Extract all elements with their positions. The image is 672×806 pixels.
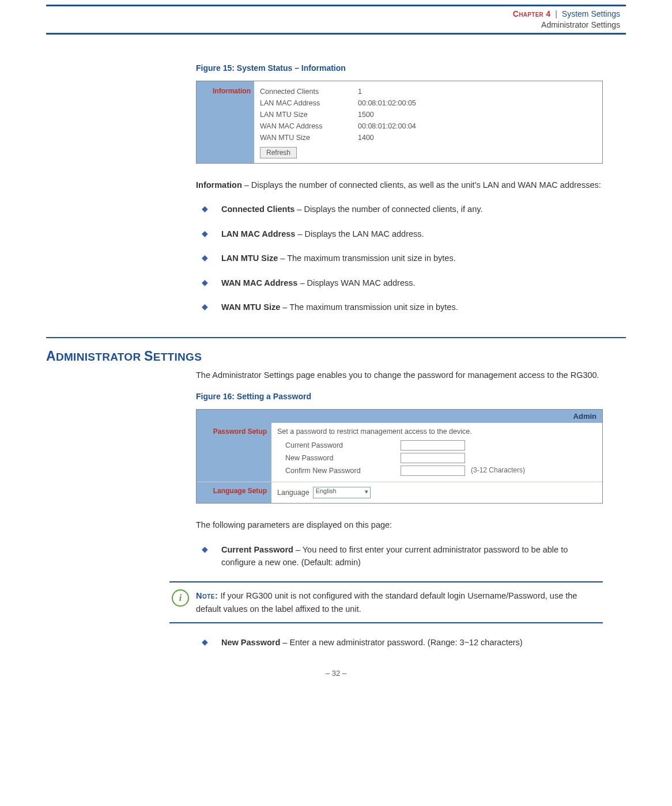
info-value: 00:08:01:02:00:05 bbox=[358, 99, 597, 107]
bullet-item: New Password – Enter a new administrator… bbox=[202, 636, 603, 649]
admin-intro: The Administrator Settings page enables … bbox=[196, 369, 603, 381]
bullet-item: Connected Clients – Displays the number … bbox=[202, 203, 603, 215]
confirm-password-label: Confirm New Password bbox=[277, 467, 401, 475]
language-select[interactable]: English bbox=[313, 487, 371, 498]
bullet-term: Current Password bbox=[221, 545, 293, 554]
info-row: WAN MTU Size 1400 bbox=[260, 132, 597, 143]
info-value: 1400 bbox=[358, 134, 597, 142]
figure16-sidebar-lang: Language Setup bbox=[197, 482, 271, 503]
confirm-password-input[interactable] bbox=[401, 466, 465, 476]
bullet-item: Current Password – You need to first ent… bbox=[202, 543, 603, 569]
bullet-item: LAN MAC Address – Displays the LAN MAC a… bbox=[202, 228, 603, 240]
bullet-term: Connected Clients bbox=[221, 205, 295, 214]
new-password-input[interactable] bbox=[401, 453, 465, 463]
header-separator: | bbox=[553, 9, 560, 18]
field-row: Current Password bbox=[277, 439, 597, 452]
header-subtitle: Administrator Settings bbox=[52, 20, 620, 31]
info-row: LAN MTU Size 1500 bbox=[260, 109, 597, 120]
params-intro: The following parameters are displayed o… bbox=[196, 519, 603, 531]
new-password-label: New Password bbox=[277, 454, 401, 462]
admin-settings-heading: ADMINISTRATOR SETTINGS bbox=[46, 337, 626, 364]
bullet-text: – Displays the number of connected clien… bbox=[295, 205, 482, 214]
figure16-topbar: Admin bbox=[197, 410, 602, 423]
figure15-sidebar-label: Information bbox=[200, 87, 251, 95]
bullet-item: WAN MAC Address – Displays WAN MAC addre… bbox=[202, 277, 603, 289]
bullet-text: – The maximum transmission unit size in … bbox=[278, 253, 455, 263]
information-lead-rest: – Displays the number of connected clien… bbox=[242, 180, 601, 190]
bullet-text: – The maximum transmission unit size in … bbox=[280, 302, 458, 312]
header-title: System Settings bbox=[562, 9, 620, 18]
bullet-term: WAN MTU Size bbox=[221, 302, 280, 312]
figure15-screenshot: Information Connected Clients 1 LAN MAC … bbox=[196, 81, 603, 164]
field-row: New Password bbox=[277, 452, 597, 464]
info-key: WAN MTU Size bbox=[260, 134, 358, 142]
info-row: WAN MAC Address 00:08:01:02:00:04 bbox=[260, 120, 597, 132]
info-key: LAN MTU Size bbox=[260, 111, 358, 119]
bullet-text: – Displays WAN MAC address. bbox=[297, 278, 415, 287]
figure15-caption: Figure 15: System Status – Information bbox=[196, 63, 603, 73]
language-label: Language bbox=[277, 489, 309, 497]
figure16-side-lang-label: Language Setup bbox=[201, 487, 267, 495]
information-lead: Information bbox=[196, 180, 242, 190]
refresh-button[interactable]: Refresh bbox=[260, 147, 297, 158]
current-password-label: Current Password bbox=[277, 441, 401, 449]
info-key: LAN MAC Address bbox=[260, 99, 358, 107]
info-row: LAN MAC Address 00:08:01:02:00:05 bbox=[260, 97, 597, 109]
header-chapter: Chapter 4 bbox=[513, 9, 551, 18]
figure16-description: Set a password to restrict management ac… bbox=[277, 427, 597, 436]
note-block: i Note: If your RG300 unit is not config… bbox=[169, 581, 603, 623]
note-text: Note: If your RG300 unit is not configur… bbox=[196, 589, 603, 615]
figure16-caption: Figure 16: Setting a Password bbox=[196, 392, 603, 401]
information-paragraph: Information – Displays the number of con… bbox=[196, 179, 603, 191]
page-header: Chapter 4 | System Settings Administrato… bbox=[46, 5, 626, 35]
field-row: Confirm New Password (3-12 Characters) bbox=[277, 464, 597, 477]
info-value: 1 bbox=[358, 88, 597, 96]
bullet-term: LAN MAC Address bbox=[221, 229, 295, 239]
bullet-term: LAN MTU Size bbox=[221, 253, 278, 263]
figure16-side-pw-label: Password Setup bbox=[201, 427, 267, 436]
bullet-item: LAN MTU Size – The maximum transmission … bbox=[202, 252, 603, 264]
password-hint: (3-12 Characters) bbox=[465, 466, 525, 474]
note-body: If your RG300 unit is not configured wit… bbox=[196, 591, 577, 613]
bullet-text: – Enter a new administrator password. (R… bbox=[280, 638, 522, 647]
figure15-sidebar: Information bbox=[197, 81, 254, 163]
info-key: Connected Clients bbox=[260, 88, 358, 96]
figure16-screenshot: Admin Password Setup Set a password to r… bbox=[196, 409, 603, 504]
figure16-sidebar-pw: Password Setup bbox=[197, 423, 271, 482]
bullet-text: – Displays the LAN MAC address. bbox=[295, 229, 424, 239]
note-label: Note: bbox=[196, 591, 218, 600]
info-value: 1500 bbox=[358, 111, 597, 119]
current-password-input[interactable] bbox=[401, 440, 465, 451]
bullet-term: WAN MAC Address bbox=[221, 278, 297, 287]
info-value: 00:08:01:02:00:04 bbox=[358, 122, 597, 130]
page-footer: – 32 – bbox=[46, 669, 626, 678]
info-row: Connected Clients 1 bbox=[260, 86, 597, 97]
info-key: WAN MAC Address bbox=[260, 122, 358, 130]
bullet-item: WAN MTU Size – The maximum transmission … bbox=[202, 301, 603, 313]
info-icon: i bbox=[172, 589, 189, 607]
bullet-term: New Password bbox=[221, 638, 280, 647]
